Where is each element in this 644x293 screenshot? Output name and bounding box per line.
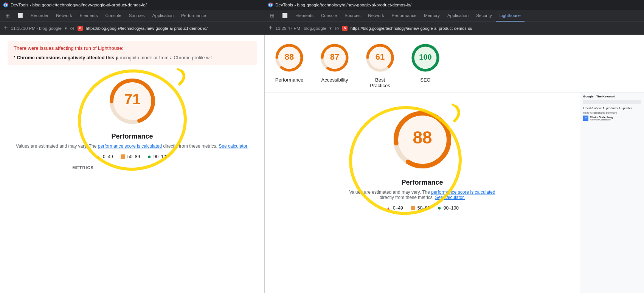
svg-text:61: 61 — [376, 52, 385, 62]
left-tab-network[interactable]: Network — [52, 10, 76, 22]
preview-line-title: Google - The Keyword — [583, 95, 641, 98]
left-score-gauge: 71 — [104, 73, 161, 130]
right-score-best-practices: 61 Best Practices — [363, 41, 397, 88]
left-window-title: DevTools - blog.google/technology/ai/new… — [11, 3, 147, 7]
right-tab-icon1[interactable]: ⊞ — [266, 10, 278, 22]
right-tab-network[interactable]: Network — [364, 10, 388, 22]
right-circle-icon[interactable]: ⊘ — [335, 25, 339, 31]
left-time: 11:15:10 PM · blog.google — [11, 26, 62, 31]
left-tab-icon2[interactable]: ⬜ — [14, 10, 27, 22]
right-tab-memory[interactable]: Memory — [420, 10, 444, 22]
preview-line-read-ai: Read AI-generated summary — [583, 111, 641, 114]
right-sidebar-preview: Google - The Keyword I tried 8 of our AI… — [580, 93, 644, 293]
left-add-tab[interactable]: + — [4, 24, 8, 32]
right-main-gauge: 88 — [386, 104, 458, 176]
right-legend-0-49: ▲ 0–49 — [386, 205, 403, 211]
right-square-orange-icon — [411, 206, 415, 210]
right-tab-console[interactable]: Console — [317, 10, 341, 22]
left-calc-link[interactable]: See calculator. — [219, 143, 248, 149]
right-tab-security[interactable]: Security — [472, 10, 496, 22]
right-perf-score-link[interactable]: performance score is calculated — [431, 190, 495, 195]
left-address-bar: + 11:15:10 PM · blog.google ▾ ⊘ G https:… — [0, 22, 265, 35]
right-dropdown-icon[interactable]: ▾ — [329, 26, 332, 31]
right-url: https://blog.google/technology/ai/new-go… — [351, 26, 472, 31]
left-title-bar: DevTools - blog.google/technology/ai/new… — [0, 0, 265, 10]
left-score-section: 71 Performance Values are estimated and … — [0, 73, 264, 170]
preview-author-name: Chaim Gartenberg — [590, 116, 613, 119]
right-legend-90-100: ● 90–100 — [438, 205, 459, 211]
right-tab-elements[interactable]: Elements — [292, 10, 317, 22]
right-window-title: DevTools - blog.google/technology/ai/new… — [275, 3, 411, 7]
left-score-label: Performance — [111, 133, 153, 140]
author-avatar: C — [583, 116, 588, 121]
right-triangle-red-icon: ▲ — [386, 205, 391, 211]
right-range-mid: 50–89 — [417, 205, 430, 211]
right-main-score-content: 88 Performance Values are estimated and … — [265, 93, 580, 293]
right-gauge-performance: 88 — [272, 41, 306, 75]
right-calc-link[interactable]: See calculator. — [435, 195, 465, 200]
left-perf-score-link[interactable]: performance score is calculated — [98, 143, 162, 149]
svg-text:100: 100 — [419, 53, 431, 61]
left-range-high: 90–100 — [154, 154, 169, 159]
left-range-mid: 50–89 — [127, 154, 140, 159]
left-dropdown-icon[interactable]: ▾ — [65, 26, 67, 31]
warning-bold-text: Chrome extensions negatively affected th… — [17, 55, 119, 60]
left-tab-sources[interactable]: Sources — [125, 10, 149, 22]
right-tab-lighthouse[interactable]: Lighthouse — [496, 10, 525, 22]
left-metrics-label: METRICS — [72, 165, 94, 170]
right-dot-green-icon: ● — [438, 205, 441, 211]
warning-normal-text: incognito mode or from a Chrome profile … — [120, 55, 212, 60]
preview-author-row: C Chaim Gartenberg Keyword Contributor — [583, 116, 641, 121]
warning-title: There were issues affecting this run of … — [14, 45, 251, 51]
left-site-favicon: G — [78, 26, 83, 31]
left-circle-icon[interactable]: ⊘ — [70, 25, 74, 31]
right-score-seo: 100 SEO — [408, 41, 442, 83]
right-add-tab[interactable]: + — [268, 24, 273, 32]
right-access-label: Accessibility — [321, 77, 348, 83]
author-info: Chaim Gartenberg Keyword Contributor — [590, 116, 613, 121]
left-legend: ▲ 0–49 50–89 ● 90–100 — [96, 153, 169, 160]
right-scores-row: 88 Performance 87 Accessibility — [265, 35, 644, 93]
preview-black-bar — [583, 100, 641, 104]
right-range-low: 0–49 — [393, 205, 403, 211]
right-description: Values are estimated and may vary. The p… — [343, 190, 502, 200]
right-score-performance: 88 Performance — [272, 41, 306, 83]
preview-line-article-title: I tried 8 of our AI products & updates — [583, 106, 641, 110]
right-title-bar: DevTools - blog.google/technology/ai/new… — [265, 0, 644, 10]
right-gauge-accessibility: 87 — [318, 41, 352, 75]
right-range-high: 90–100 — [444, 205, 459, 211]
right-tab-icon2[interactable]: ⬜ — [278, 10, 292, 22]
left-tab-elements[interactable]: Elements — [76, 10, 102, 22]
svg-text:87: 87 — [330, 52, 339, 62]
chrome-favicon-right — [268, 2, 273, 8]
left-legend-0-49: ▲ 0–49 — [96, 154, 113, 160]
right-content: 88 Performance 87 Accessibility — [265, 35, 644, 293]
right-legend: ▲ 0–49 50–89 ● 90–100 — [386, 205, 459, 211]
right-main-score-label: Performance — [401, 179, 443, 187]
left-tab-console[interactable]: Console — [101, 10, 125, 22]
left-devtools-tabs: ⊞ ⬜ Recorder Network Elements Console So… — [0, 10, 265, 22]
right-site-favicon: G — [342, 26, 348, 31]
left-tab-icon1[interactable]: ⊞ — [2, 10, 14, 22]
right-gauge-seo: 100 — [408, 41, 442, 75]
svg-text:88: 88 — [413, 128, 432, 147]
right-address-bar: + 11:29:47 PM · blog.google ▾ ⊘ G https:… — [265, 22, 644, 35]
preview-author-role: Keyword Contributor — [590, 119, 613, 121]
chrome-favicon-left — [3, 2, 8, 8]
square-orange-icon — [121, 154, 125, 159]
right-perf-label: Performance — [275, 77, 303, 83]
right-tab-performance[interactable]: Performance — [388, 10, 421, 22]
warning-box: There were issues affecting this run of … — [8, 41, 257, 65]
left-description: Values are estimated and may vary. The p… — [16, 143, 248, 149]
right-seo-label: SEO — [420, 77, 430, 83]
right-tab-application[interactable]: Application — [444, 10, 472, 22]
right-time: 11:29:47 PM · blog.google — [276, 26, 326, 31]
left-tab-performance[interactable]: Performance — [177, 10, 210, 22]
svg-text:88: 88 — [285, 52, 294, 62]
right-best-label: Best Practices — [367, 77, 393, 88]
right-score-accessibility: 87 Accessibility — [318, 41, 352, 83]
right-tab-sources[interactable]: Sources — [341, 10, 364, 22]
left-tab-recorder[interactable]: Recorder — [27, 10, 52, 22]
left-range-low: 0–49 — [103, 154, 113, 159]
left-tab-application[interactable]: Application — [149, 10, 177, 22]
